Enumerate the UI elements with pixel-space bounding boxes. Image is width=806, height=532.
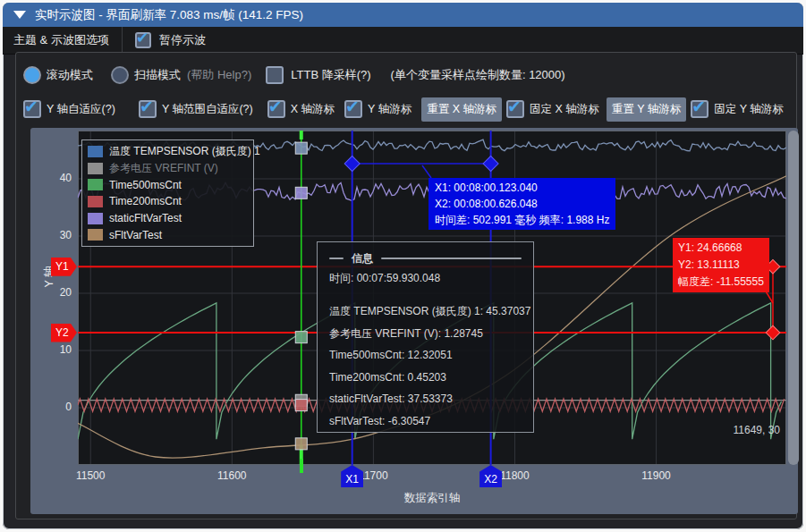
mode-controls-row: 滚动模式 扫描模式 (帮助 Help?) LTTB 降采样(?) (单个变量采样… [16, 62, 796, 89]
info-time: 时间: 00:07:59.930.048 [329, 267, 522, 289]
x-tick-label: 11900 [628, 469, 685, 482]
hover-marker-3 [295, 400, 307, 411]
hover-line-bottom-stub [300, 459, 303, 473]
y2-value: Y2: 13.11113 [678, 257, 764, 274]
y2-cursor-tag[interactable]: Y2 [51, 324, 77, 342]
hover-marker-5 [295, 438, 307, 450]
lttb-label: LTTB 降采样(?) [291, 67, 370, 83]
legend-label: sFltVarTest [109, 229, 162, 241]
collapse-triangle-icon[interactable] [13, 11, 26, 19]
info-row-5: sFltVarTest: -6.30547 [329, 410, 522, 433]
x-cursor-checkbox[interactable] [267, 100, 285, 118]
tab-theme-options-label: 主题 & 示波图选项 [13, 32, 109, 48]
tab-theme-options[interactable]: 主题 & 示波图选项 [3, 27, 123, 54]
y-auto-label: Y 轴自适应(?) [47, 102, 115, 117]
info-panel-title-row: 信息 [329, 249, 522, 267]
tab-row: 主题 & 示波图选项 暂停示波 [3, 27, 803, 55]
y-cursor-diff: 幅度差: -11.55555 [678, 274, 764, 291]
fix-x-cursor-checkbox[interactable] [506, 100, 524, 118]
y1-value: Y1: 24.66668 [678, 240, 764, 257]
x1-time: X1: 00:08:00.123.040 [435, 180, 609, 196]
x-tick-label: 11600 [203, 469, 260, 482]
legend-label: staticFltVarTest [109, 212, 182, 224]
x2-cursor-tag[interactable]: X2 [479, 465, 502, 487]
screenshot-root: 实时示波图 - 界面刷新率 7.083 ms/帧 (141.2 FPS) 主题 … [0, 0, 806, 532]
legend-label: Time500msCnt [109, 179, 182, 191]
legend-label: 温度 TEMPSENSOR (摄氏度) 1 [109, 144, 260, 159]
x-cursor-tooltip: X1: 00:08:00.123.040 X2: 00:08:00.626.04… [428, 178, 615, 230]
y-range-auto-checkbox[interactable] [139, 100, 157, 118]
scroll-mode-radio[interactable] [23, 66, 41, 84]
y-tick-label: 20 [32, 286, 72, 299]
x-tick-label: 11500 [62, 469, 119, 482]
legend-label: Time200msCnt [109, 195, 182, 207]
legend-item-0[interactable]: 温度 TEMPSENSOR (摄氏度) 1 [88, 143, 248, 160]
y-cursor-tooltip: Y1: 24.66668 Y2: 13.11113 幅度差: -11.55555 [673, 238, 769, 292]
info-row-3: Time200msCnt: 0.45203 [329, 367, 522, 389]
pause-checkbox[interactable] [135, 32, 151, 48]
scan-mode-label: 扫描模式 [134, 67, 181, 83]
legend-item-2[interactable]: Time500msCnt [88, 176, 248, 193]
y-cursor-checkbox[interactable] [344, 100, 362, 118]
y-tick-label: 0 [32, 401, 72, 413]
window-title: 实时示波图 - 界面刷新率 7.083 ms/帧 (141.2 FPS) [35, 7, 303, 23]
legend-swatch-icon [88, 163, 103, 174]
app-window: 实时示波图 - 界面刷新率 7.083 ms/帧 (141.2 FPS) 主题 … [3, 3, 803, 529]
chart-scrollbar[interactable] [788, 131, 799, 465]
x-cursor-diff: 时间差: 502.991 毫秒 频率: 1.988 Hz [435, 212, 609, 228]
info-row-0: 温度 TEMPSENSOR (摄氏度) 1: 45.37037 [329, 300, 522, 323]
info-row-2: Time500msCnt: 12.32051 [329, 344, 522, 367]
y-tick-label: 10 [32, 343, 72, 356]
info-row-4: staticFltVarTest: 37.53373 [329, 388, 522, 410]
sample-count-info: (单个变量采样点绘制数量: 12000) [391, 67, 565, 83]
hover-marker-2 [295, 332, 307, 343]
x2-time: X2: 00:08:00.626.048 [435, 196, 609, 212]
info-panel: 信息 时间: 00:07:59.930.048 温度 TEMPSENSOR (摄… [317, 241, 534, 433]
legend-item-1[interactable]: 参考电压 VREFINT (V) [88, 160, 248, 177]
hover-coordinate-readout: 11649, 30 [624, 424, 780, 436]
pause-label: 暂停示波 [159, 32, 206, 48]
info-row-1: 参考电压 VREFINT (V): 1.28745 [329, 323, 522, 345]
legend-swatch-icon [88, 213, 103, 224]
fix-x-cursor-label: 固定 X 轴游标 [530, 102, 599, 117]
legend-item-4[interactable]: staticFltVarTest [88, 210, 248, 227]
y-range-auto-label: Y 轴范围自适应(?) [162, 102, 253, 117]
y-auto-checkbox[interactable] [23, 100, 41, 118]
legend-swatch-icon [88, 229, 103, 241]
plot-area[interactable]: 温度 TEMPSENSOR (摄氏度) 1参考电压 VREFINT (V)Tim… [78, 131, 786, 465]
y1-cursor-tag[interactable]: Y1 [51, 258, 77, 276]
scroll-mode-label: 滚动模式 [47, 67, 93, 83]
hover-marker-0 [295, 142, 307, 154]
legend-label: 参考电压 VREFINT (V) [109, 161, 218, 176]
y-cursor-label: Y 轴游标 [368, 102, 411, 117]
title-bar: 实时示波图 - 界面刷新率 7.083 ms/帧 (141.2 FPS) [3, 3, 803, 27]
legend[interactable]: 温度 TEMPSENSOR (摄氏度) 1参考电压 VREFINT (V)Tim… [81, 139, 254, 247]
legend-swatch-icon [88, 196, 103, 207]
info-rows: 温度 TEMPSENSOR (摄氏度) 1: 45.37037参考电压 VREF… [329, 300, 522, 432]
chart-widget: Y 轴 数据索引轴 温度 TEMPSENSOR (摄氏度) 1参考电压 VREF… [30, 128, 798, 514]
fix-y-cursor-label: 固定 Y 轴游标 [714, 102, 784, 117]
y-tick-label: 30 [32, 229, 72, 241]
info-panel-title: 信息 [352, 251, 373, 266]
scan-help-link[interactable]: (帮助 Help?) [187, 67, 251, 83]
lttb-checkbox[interactable] [266, 66, 284, 84]
hover-marker-4 [295, 187, 307, 198]
cursor-controls-row: Y 轴自适应(?) Y 轴范围自适应(?) X 轴游标 Y 轴游标 重置 X 轴… [16, 96, 796, 122]
reset-x-cursor-button[interactable]: 重置 X 轴游标 [421, 97, 502, 122]
y-tick-label: 40 [32, 172, 72, 184]
legend-swatch-icon [88, 146, 103, 157]
scope-panel: 滚动模式 扫描模式 (帮助 Help?) LTTB 降采样(?) (单个变量采样… [15, 52, 797, 519]
legend-item-3[interactable]: Time200msCnt [88, 193, 248, 210]
scan-mode-radio[interactable] [111, 66, 129, 84]
x1-cursor-tag[interactable]: X1 [341, 465, 363, 487]
fix-y-cursor-checkbox[interactable] [691, 100, 708, 118]
x-axis-title: 数据索引轴 [78, 491, 786, 506]
legend-item-5[interactable]: sFltVarTest [88, 226, 248, 243]
x-cursor-label: X 轴游标 [291, 102, 335, 117]
reset-y-cursor-button[interactable]: 重置 Y 轴游标 [607, 97, 687, 122]
legend-swatch-icon [88, 179, 103, 190]
